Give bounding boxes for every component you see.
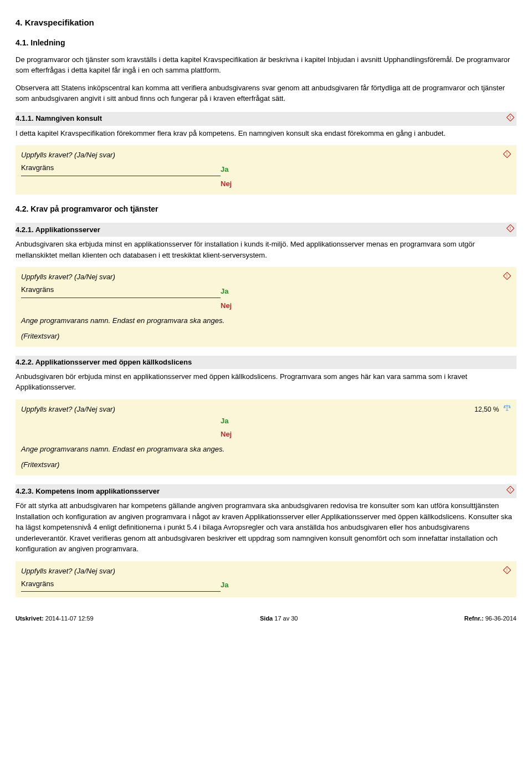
weight-indicator: 12,50 % xyxy=(474,404,511,415)
answer-ja: Ja xyxy=(221,580,228,591)
answer-ja: Ja xyxy=(221,416,228,427)
footer-ref-label: Refnr.: xyxy=(464,615,484,622)
page-title: 4. Kravspecifikation xyxy=(16,17,516,29)
section-421-heading: 4.2.1. Applikationsserver ! xyxy=(16,223,516,237)
section-411-title: 4.1.1. Namngiven konsult xyxy=(16,113,507,124)
requirement-box-411: Uppfylls kravet? (Ja/Nej svar) ! Kravgrä… xyxy=(16,145,516,194)
section-423-heading: 4.2.3. Kompetens inom applikationsserver… xyxy=(16,484,516,498)
warning-icon: ! xyxy=(507,485,514,497)
page-footer: Utskrivet: 2014-11-07 12:59 Sida 17 av 3… xyxy=(16,614,516,623)
section-411-body: I detta kapitel Kravspecifikation föreko… xyxy=(16,128,516,139)
requirement-box-422: Uppfylls kravet? (Ja/Nej svar) 12,50 % J… xyxy=(16,399,516,476)
requirement-box-421: Uppfylls kravet? (Ja/Nej svar) ! Kravgrä… xyxy=(16,267,516,347)
requirement-prompt: Uppfylls kravet? (Ja/Nej svar) xyxy=(21,273,115,281)
weight-percent: 12,50 % xyxy=(474,406,499,413)
free-text-prompt: Ange programvarans namn. Endast en progr… xyxy=(21,315,511,326)
requirement-prompt: Uppfylls kravet? (Ja/Nej svar) xyxy=(21,405,115,413)
answer-nej: Nej xyxy=(221,429,511,440)
footer-page: Sida 17 av 30 xyxy=(260,614,298,623)
kravgrans-label: Kravgräns xyxy=(21,284,221,298)
section-421-title: 4.2.1. Applikationsserver xyxy=(16,224,507,235)
section-41-p2: Observera att Statens inköpscentral kan … xyxy=(16,83,516,104)
section-42-title: 4.2. Krav på programvaror och tjänster xyxy=(16,203,516,215)
kravgrans-label: Kravgräns xyxy=(21,578,221,592)
footer-printed-label: Utskrivet: xyxy=(16,615,44,622)
section-422-title: 4.2.2. Applikationsserver med öppen käll… xyxy=(16,357,514,368)
footer-page-value: 17 av 30 xyxy=(274,615,298,622)
kravgrans-row: Kravgräns Ja xyxy=(21,162,511,176)
answer-row: Ja xyxy=(21,416,511,427)
section-423-title: 4.2.3. Kompetens inom applikationsserver xyxy=(16,486,507,497)
warning-icon: ! xyxy=(507,224,514,235)
section-422-body: Anbudsgivaren bör erbjuda minst en appli… xyxy=(16,371,516,393)
section-41-p1: De programvaror och tjänster som kravstä… xyxy=(16,54,516,76)
answer-ja: Ja xyxy=(221,164,228,175)
answer-nej: Nej xyxy=(221,300,511,311)
svg-text:!: ! xyxy=(507,152,508,157)
footer-ref-value: 96-36-2014 xyxy=(485,615,516,622)
section-422-heading: 4.2.2. Applikationsserver med öppen käll… xyxy=(16,356,516,369)
section-423-body: För att styrka att anbudsgivaren har kom… xyxy=(16,500,516,555)
section-411-heading: 4.1.1. Namngiven konsult ! xyxy=(16,112,516,126)
kravgrans-label: Kravgräns xyxy=(21,162,221,176)
free-text-prompt: Ange programvarans namn. Endast en progr… xyxy=(21,444,511,455)
svg-text:!: ! xyxy=(510,115,511,120)
free-text-type: (Fritextsvar) xyxy=(21,331,511,342)
footer-page-label: Sida xyxy=(260,615,273,622)
svg-text:!: ! xyxy=(507,567,508,572)
warning-icon: ! xyxy=(507,113,514,125)
footer-ref: Refnr.: 96-36-2014 xyxy=(464,614,516,623)
kravgrans-row: Kravgräns Ja xyxy=(21,578,511,592)
scale-icon xyxy=(503,404,511,415)
warning-icon: ! xyxy=(503,566,511,577)
free-text-type: (Fritextsvar) xyxy=(21,459,511,470)
svg-text:!: ! xyxy=(507,274,508,279)
footer-printed-value: 2014-11-07 12:59 xyxy=(45,615,94,622)
requirement-box-423: Uppfylls kravet? (Ja/Nej svar) ! Kravgrä… xyxy=(16,561,516,598)
answer-nej: Nej xyxy=(221,178,511,189)
warning-icon: ! xyxy=(503,271,511,283)
kravgrans-row: Kravgräns Ja xyxy=(21,284,511,298)
requirement-prompt: Uppfylls kravet? (Ja/Nej svar) xyxy=(21,151,115,159)
svg-text:!: ! xyxy=(510,226,511,231)
warning-icon: ! xyxy=(503,150,511,161)
footer-printed: Utskrivet: 2014-11-07 12:59 xyxy=(16,614,94,623)
requirement-prompt: Uppfylls kravet? (Ja/Nej svar) xyxy=(21,567,115,575)
svg-text:!: ! xyxy=(510,488,511,493)
section-41-title: 4.1. Inledning xyxy=(16,37,516,49)
section-421-body: Anbudsgivaren ska erbjuda minst en appli… xyxy=(16,239,516,260)
answer-ja: Ja xyxy=(221,286,228,297)
